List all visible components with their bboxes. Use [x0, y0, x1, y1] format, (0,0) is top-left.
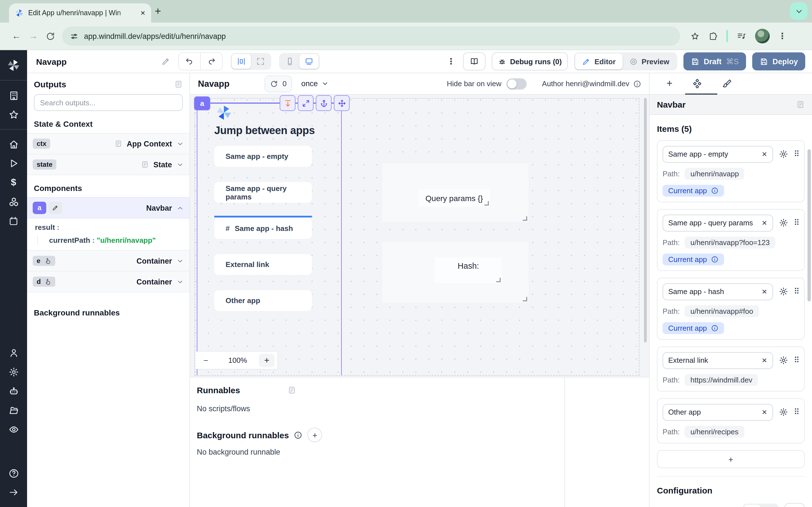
item-settings-icon[interactable] [778, 149, 788, 159]
nav-item-hash[interactable]: # Same app - hash [214, 218, 312, 239]
centered-layout-button[interactable] [232, 54, 251, 69]
back-icon[interactable]: ← [8, 31, 25, 41]
ctx-chevron-down-icon[interactable] [176, 140, 184, 147]
clear-label-icon[interactable]: ✕ [762, 219, 767, 227]
item-path-chip[interactable]: u/henri/navapp [685, 168, 745, 180]
item-settings-icon[interactable] [778, 218, 788, 228]
item-label-input[interactable]: Other app ✕ [663, 404, 773, 421]
deploy-button[interactable]: Deploy [752, 52, 805, 70]
browser-tab[interactable]: Edit App u/henri/navapp | Win ✕ [9, 3, 151, 22]
resize-handle[interactable] [496, 278, 501, 282]
drag-handle-icon[interactable]: ⠿ [794, 218, 799, 227]
sidebar-item-settings[interactable] [0, 362, 27, 381]
sidebar-item-audit[interactable] [0, 420, 27, 439]
sidebar-item-workspace[interactable] [0, 86, 27, 105]
component-row-d[interactable]: d Container [27, 272, 190, 292]
state-chevron-down-icon[interactable] [176, 161, 184, 168]
mobile-preview-button[interactable] [280, 54, 299, 69]
bookmark-star-icon[interactable] [690, 31, 700, 41]
site-settings-icon[interactable] [70, 32, 79, 40]
tab-search-button[interactable] [790, 2, 808, 20]
add-background-runnable-button[interactable]: + [308, 428, 322, 442]
add-item-button[interactable]: + [657, 450, 805, 468]
currentpath-key[interactable]: currentPath [49, 236, 90, 244]
canvas-scrollbar[interactable] [644, 98, 647, 342]
item-path-chip[interactable]: u/henri/navapp?foo=123 [685, 237, 775, 248]
drag-handle-icon[interactable]: ⠿ [794, 149, 799, 158]
component-row-e[interactable]: e Container [27, 250, 190, 272]
rename-app-icon[interactable] [161, 57, 170, 66]
zoom-out-button[interactable]: − [195, 355, 216, 365]
desktop-preview-button[interactable] [299, 54, 319, 69]
item-path-chip[interactable]: u/henri/navapp#foo [685, 305, 759, 317]
clear-label-icon[interactable]: ✕ [762, 356, 767, 364]
item-label-input[interactable]: Same app - hash ✕ [663, 283, 773, 300]
new-tab-button[interactable]: + [151, 4, 165, 18]
tab-editor[interactable]: Editor [575, 54, 622, 69]
resize-handle[interactable] [523, 216, 527, 221]
item-settings-icon[interactable] [778, 355, 788, 365]
docs-button[interactable] [463, 52, 485, 70]
drag-handle-icon[interactable]: ⠿ [794, 407, 799, 416]
help-icon[interactable] [0, 464, 27, 483]
sidebar-item-ai[interactable] [0, 381, 27, 400]
undo-button[interactable] [179, 53, 200, 70]
component-doc-icon[interactable] [796, 100, 805, 109]
navbar-chevron-up-icon[interactable] [176, 204, 184, 212]
sidebar-item-home[interactable] [0, 135, 27, 154]
zoom-in-button[interactable]: + [259, 353, 274, 367]
drag-handle-icon[interactable]: ⠿ [794, 287, 799, 296]
tab-component-settings[interactable] [692, 78, 702, 89]
more-options-icon[interactable]: ⋮ [447, 56, 455, 66]
sidebar-item-folders[interactable] [0, 400, 27, 420]
item-settings-icon[interactable] [778, 407, 788, 417]
query-params-text[interactable]: Query params {} [418, 189, 490, 207]
app-canvas[interactable]: a [190, 95, 649, 377]
resize-handle[interactable] [485, 201, 489, 206]
collapse-sidebar-icon[interactable] [0, 483, 27, 502]
static-value-button[interactable] [744, 505, 761, 507]
nav-item-query-params[interactable]: Same app - query params [214, 182, 312, 203]
nav-item-external-link[interactable]: External link [214, 254, 312, 275]
item-path-chip[interactable]: u/henri/recipes [685, 426, 744, 438]
state-doc-icon[interactable] [141, 161, 149, 168]
ctx-row[interactable]: ctx App Context [27, 133, 190, 154]
navbar-edit-id-icon[interactable] [49, 202, 62, 214]
tab-insert-component[interactable]: + [666, 78, 672, 90]
connect-input-button[interactable] [784, 503, 805, 507]
container-e[interactable]: Query params {} [382, 163, 528, 222]
refresh-count-button[interactable]: 0 [264, 75, 292, 92]
item-settings-icon[interactable] [778, 287, 788, 296]
state-row[interactable]: state State [27, 154, 190, 175]
sidebar-item-resources[interactable] [0, 192, 27, 211]
expand-component-button[interactable] [298, 95, 313, 111]
fx-expression-button[interactable] [761, 505, 777, 507]
sidebar-item-runs[interactable] [0, 154, 27, 173]
redo-button[interactable] [200, 53, 222, 70]
sidebar-item-favorites[interactable] [0, 105, 27, 124]
panel-scrollbar[interactable] [808, 149, 811, 301]
full-width-layout-button[interactable] [251, 54, 270, 69]
component-row-navbar[interactable]: a Navbar [27, 197, 190, 219]
container-d[interactable]: Hash: [382, 242, 528, 302]
drag-handle-icon[interactable]: ⠿ [794, 355, 799, 364]
item-path-chip[interactable]: https://windmill.dev [685, 374, 758, 386]
e-chevron-down-icon[interactable] [176, 257, 184, 265]
item-label-input[interactable]: External link ✕ [663, 352, 773, 369]
resize-handle[interactable] [523, 297, 527, 301]
media-controls-icon[interactable] [737, 31, 747, 41]
debug-runs-button[interactable]: Debug runs (0) [492, 52, 568, 70]
hash-text[interactable]: Hash: [435, 258, 502, 283]
tab-styling[interactable] [721, 78, 732, 89]
search-outputs-input[interactable] [34, 94, 183, 111]
clear-label-icon[interactable]: ✕ [762, 408, 767, 416]
sidebar-item-users[interactable] [0, 343, 27, 362]
browser-menu-icon[interactable]: ⋮ [778, 31, 786, 41]
extensions-icon[interactable] [708, 31, 718, 41]
forward-icon[interactable]: → [25, 31, 42, 41]
selected-component-badge[interactable]: a [194, 96, 210, 110]
nav-item-same-app-empty[interactable]: Same app - empty [214, 146, 312, 167]
sidebar-item-schedules[interactable] [0, 211, 27, 230]
runnables-doc-icon[interactable] [288, 386, 296, 394]
sidebar-item-variables[interactable]: $ [0, 173, 27, 192]
